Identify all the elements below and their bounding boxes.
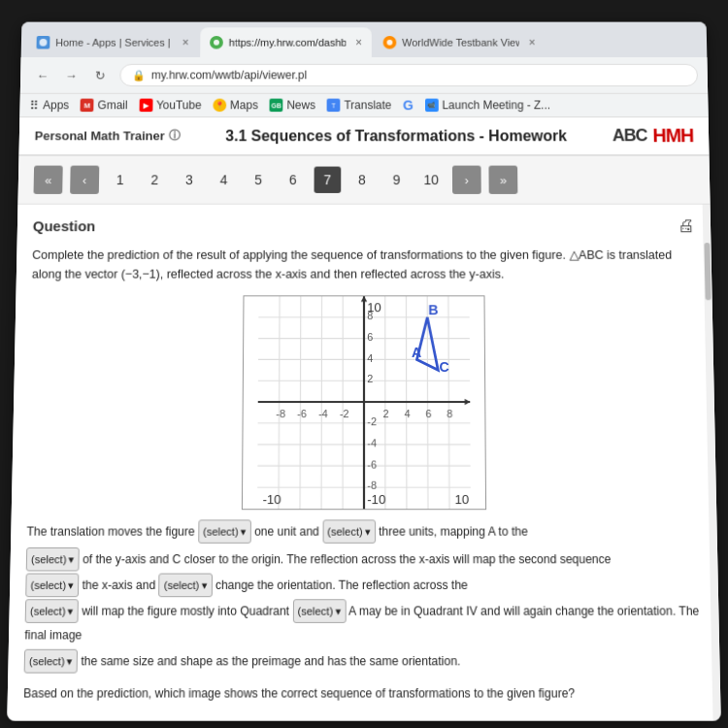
- hmh-logo: HMH: [652, 125, 693, 147]
- tab-1-label: Home - Apps | Services | Sites: [55, 37, 173, 49]
- next-page-button[interactable]: ›: [452, 166, 481, 194]
- select-3-chevron: ▾: [68, 548, 74, 571]
- bookmark-news[interactable]: GB News: [270, 99, 315, 113]
- tab-2-close[interactable]: ×: [355, 36, 362, 49]
- select-7-label: (select): [297, 600, 333, 622]
- prev-page-button[interactable]: ‹: [70, 166, 99, 194]
- page-8[interactable]: 8: [348, 167, 376, 193]
- svg-text:6: 6: [425, 408, 431, 419]
- bookmarks-bar: ⠿ Apps M Gmail ▶ YouTube 📍 Maps GB News: [19, 94, 708, 117]
- coordinate-graph: -10 10 10 -10 -8 -6 -4 -2 2 4 6 8 8 6: [242, 295, 486, 510]
- bookmark-zoom-label: Launch Meeting - Z...: [442, 99, 550, 113]
- select-6[interactable]: (select) ▾: [25, 599, 79, 623]
- answer-text-10: Based on the prediction, which image sho…: [23, 686, 575, 701]
- page-4[interactable]: 4: [211, 167, 238, 193]
- answer-text-9: the same size and shape as the preimage …: [81, 654, 460, 668]
- select-1-label: (select): [203, 520, 239, 542]
- header-right: ABC HMH: [612, 125, 694, 147]
- svg-text:8: 8: [447, 408, 452, 419]
- tab-2-label: https://my.hrw.com/dashboard/: [229, 37, 347, 49]
- browser-window: Home - Apps | Services | Sites × https:/…: [7, 22, 720, 721]
- select-1-chevron: ▾: [240, 520, 246, 542]
- tab-3[interactable]: WorldWide Testbank Viewer ×: [374, 27, 546, 57]
- svg-text:-6: -6: [367, 458, 377, 470]
- select-1[interactable]: (select) ▾: [198, 519, 251, 543]
- bookmark-maps-label: Maps: [230, 99, 258, 113]
- select-3[interactable]: (select) ▾: [26, 547, 80, 572]
- select-2-chevron: ▾: [365, 520, 371, 542]
- url-box[interactable]: 🔒 my.hrw.com/wwtb/api/viewer.pl: [119, 64, 698, 86]
- select-5-label: (select): [164, 575, 200, 597]
- svg-text:B: B: [428, 302, 438, 317]
- tab-3-close[interactable]: ×: [529, 36, 536, 49]
- last-page-button[interactable]: »: [488, 166, 517, 194]
- tab-1-close[interactable]: ×: [182, 36, 189, 49]
- select-5[interactable]: (select) ▾: [159, 574, 213, 598]
- page-1[interactable]: 1: [107, 167, 134, 193]
- page-7[interactable]: 7: [314, 167, 342, 193]
- bookmark-zoom[interactable]: 📹 Launch Meeting - Z...: [425, 99, 550, 113]
- page-10[interactable]: 10: [417, 167, 445, 193]
- bookmark-youtube-label: YouTube: [156, 99, 202, 113]
- svg-text:-4: -4: [367, 437, 377, 448]
- info-icon[interactable]: ⓘ: [169, 128, 181, 145]
- answer-text-3: three units, mapping A to the: [379, 524, 528, 538]
- svg-text:C: C: [439, 359, 448, 375]
- first-page-button[interactable]: «: [34, 166, 63, 194]
- select-2[interactable]: (select) ▾: [322, 519, 376, 543]
- page-title: 3.1 Sequences of Transformations - Homew…: [180, 127, 612, 145]
- answer-text-5: the x-axis and: [82, 579, 155, 592]
- bookmark-youtube[interactable]: ▶ YouTube: [139, 99, 201, 113]
- svg-point-0: [39, 39, 47, 47]
- page-2[interactable]: 2: [141, 167, 168, 193]
- abc-logo: ABC: [612, 126, 647, 146]
- bookmark-maps[interactable]: 📍 Maps: [213, 99, 258, 113]
- answer-line-1: The translation moves the figure (select…: [26, 519, 701, 543]
- svg-text:4: 4: [405, 408, 411, 419]
- svg-text:4: 4: [367, 351, 373, 363]
- svg-text:-8: -8: [276, 408, 285, 419]
- bookmark-translate-label: Translate: [345, 99, 392, 113]
- select-7[interactable]: (select) ▾: [292, 599, 346, 623]
- select-4[interactable]: (select) ▾: [25, 574, 79, 598]
- tab-1[interactable]: Home - Apps | Services | Sites ×: [27, 27, 199, 57]
- personal-math-trainer-label: Personal Math Trainer: [35, 129, 165, 144]
- forward-button[interactable]: →: [58, 63, 83, 87]
- select-3-label: (select): [31, 548, 67, 571]
- bookmark-apps-label: Apps: [43, 99, 69, 113]
- scrollbar[interactable]: [703, 205, 721, 721]
- page-6[interactable]: 6: [280, 167, 307, 193]
- page-3[interactable]: 3: [176, 167, 203, 193]
- answer-line-4: (select) ▾ will map the figure mostly in…: [24, 599, 704, 646]
- select-8[interactable]: (select) ▾: [24, 649, 78, 674]
- answer-line-5: (select) ▾ the same size and shape as th…: [24, 649, 705, 674]
- svg-text:-4: -4: [318, 408, 328, 419]
- svg-text:-2: -2: [367, 415, 377, 427]
- svg-text:-8: -8: [367, 480, 377, 491]
- page-content: Personal Math Trainer ⓘ 3.1 Sequences of…: [7, 117, 720, 721]
- lock-icon: 🔒: [132, 69, 146, 82]
- refresh-button[interactable]: ↻: [87, 63, 113, 87]
- svg-text:-10: -10: [263, 491, 281, 506]
- bookmark-google[interactable]: G: [403, 98, 414, 113]
- page-5[interactable]: 5: [245, 167, 272, 193]
- personal-math-trainer: Personal Math Trainer ⓘ: [35, 128, 181, 145]
- page-9[interactable]: 9: [383, 167, 411, 193]
- select-2-label: (select): [327, 520, 362, 542]
- scrollbar-thumb[interactable]: [704, 243, 711, 300]
- question-label: Question: [33, 217, 96, 234]
- bookmark-gmail[interactable]: M Gmail: [81, 99, 128, 113]
- svg-text:10: 10: [454, 491, 469, 506]
- select-5-chevron: ▾: [201, 575, 207, 597]
- print-icon[interactable]: 🖨: [678, 215, 695, 236]
- back-button[interactable]: ←: [30, 63, 55, 87]
- select-6-chevron: ▾: [67, 600, 73, 622]
- tab-2[interactable]: https://my.hrw.com/dashboard/ ×: [200, 27, 372, 57]
- svg-text:6: 6: [367, 331, 373, 343]
- svg-text:A: A: [412, 345, 421, 360]
- bookmark-apps[interactable]: ⠿ Apps: [29, 98, 69, 113]
- svg-text:2: 2: [367, 373, 373, 384]
- select-8-chevron: ▾: [67, 650, 74, 673]
- question-text: Complete the prediction of the result of…: [32, 246, 697, 284]
- bookmark-translate[interactable]: T Translate: [327, 99, 392, 113]
